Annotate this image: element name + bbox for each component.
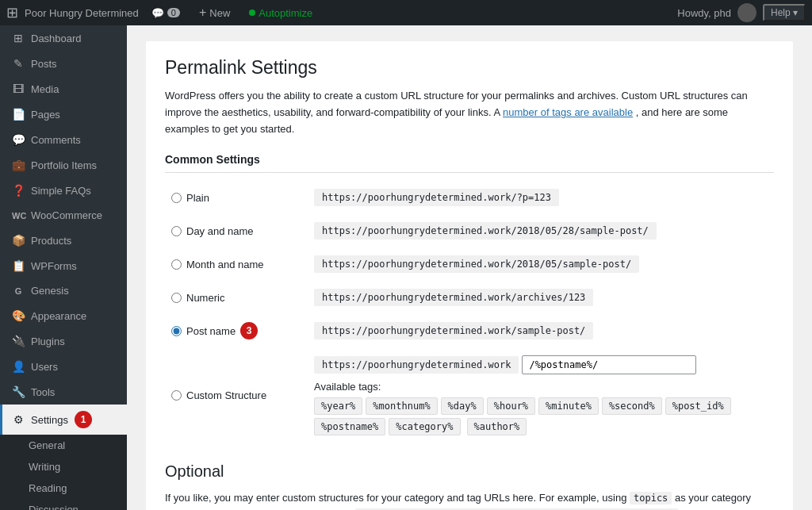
month-name-radio-label[interactable]: Month and name [171,259,301,270]
sidebar-label-tools: Tools [31,386,55,398]
custom-radio-label[interactable]: Custom Structure [171,389,301,401]
sidebar-label-plugins: Plugins [31,336,65,347]
table-row: Post name 3 https://poorhungrydetermined… [165,314,774,347]
tag-day[interactable]: %day% [441,397,484,415]
post-name-label: Post name [186,325,236,337]
help-button[interactable]: Help ▾ [763,4,806,21]
appearance-icon: 🎨 [12,309,25,322]
site-name[interactable]: Poor Hungry Determined [25,7,139,19]
sidebar-item-comments[interactable]: 💬 Comments [0,127,127,152]
sidebar-item-pages[interactable]: 📄 Pages [0,102,127,127]
numeric-label: Numeric [186,292,224,304]
sidebar-item-wpforms[interactable]: 📋 WPForms [0,253,127,278]
settings-icon: ⚙ [12,413,25,426]
available-tags-label: Available tags: [314,381,768,393]
tag-category[interactable]: %category% [389,418,460,435]
plain-radio-label[interactable]: Plain [171,192,301,204]
table-row: Month and name https://poorhungrydetermi… [165,247,774,281]
sidebar-label-wpforms: WPForms [31,260,77,272]
permalink-options-table: Plain https://poorhungrydetermined.work/… [165,186,774,443]
plain-url: https://poorhungrydetermined.work/?p=123 [314,189,559,206]
admin-bar: ⊞ Poor Hungry Determined 💬 0 + New Autop… [0,0,812,25]
plugins-icon: 🔌 [12,335,25,347]
tools-icon: 🔧 [12,385,25,398]
month-name-url: https://poorhungrydetermined.work/2018/0… [314,255,639,273]
numeric-radio[interactable] [171,293,182,303]
submenu-writing[interactable]: Writing [0,456,127,477]
tag-post-id[interactable]: %post_id% [665,397,731,415]
custom-radio[interactable] [171,390,182,401]
sidebar-item-appearance[interactable]: 🎨 Appearance [0,303,127,328]
settings-submenu: General Writing Reading Discussion Media… [0,435,127,510]
custom-url-wrap: https://poorhungrydetermined.work [314,355,768,374]
day-name-radio[interactable] [171,226,182,236]
sidebar-item-portfolio[interactable]: 💼 Portfolio Items [0,152,127,178]
users-icon: 👤 [12,360,25,373]
comments-count: 0 [167,8,180,17]
sidebar-item-users[interactable]: 👤 Users [0,354,127,379]
sidebar: ⊞ Dashboard ✎ Posts 🎞 Media 📄 Pages 💬 Co… [0,25,127,510]
tags-link[interactable]: number of tags are available [503,106,633,118]
sidebar-label-faqs: Simple FAQs [31,185,91,197]
sidebar-label-comments: Comments [31,134,81,146]
sidebar-item-woocommerce[interactable]: WC WooCommerce [0,203,127,228]
month-name-label: Month and name [186,259,264,270]
numeric-radio-label[interactable]: Numeric [171,292,301,304]
comments-button[interactable]: 💬 0 [145,7,186,19]
autoptimize-button[interactable]: Autoptimize [243,7,319,19]
sidebar-item-genesis[interactable]: G Genesis [0,278,127,303]
table-row: Day and name https://poorhungrydetermine… [165,214,774,247]
media-icon: 🎞 [12,82,25,95]
portfolio-icon: 💼 [12,159,25,171]
sidebar-label-woo: WooCommerce [31,209,102,221]
sidebar-item-media[interactable]: 🎞 Media [0,76,127,102]
tag-minute[interactable]: %minute% [538,397,599,415]
custom-label: Custom Structure [186,389,266,401]
post-name-radio[interactable] [171,326,182,336]
custom-structure-input[interactable] [522,355,696,374]
pages-icon: 📄 [12,108,25,121]
tag-author[interactable]: %author% [467,418,527,435]
products-icon: 📦 [12,234,25,247]
tags-list: %year% %monthnum% %day% %hour% %minute% … [314,397,768,435]
faqs-icon: ❓ [12,184,25,197]
sidebar-label-portfolio: Portfolio Items [31,159,97,171]
sidebar-label-genesis: Genesis [31,285,69,297]
month-name-radio[interactable] [171,259,182,270]
sidebar-item-settings[interactable]: ⚙ Settings 1 [0,405,127,435]
sidebar-item-tools[interactable]: 🔧 Tools [0,379,127,405]
content-wrap: Permalink Settings WordPress offers you … [146,41,793,510]
tag-postname[interactable]: %postname% [314,418,385,435]
tag-second[interactable]: %second% [602,397,662,415]
main-content: Permalink Settings WordPress offers you … [127,25,812,510]
tag-year[interactable]: %year% [314,397,362,415]
plain-radio[interactable] [171,193,182,203]
comment-icon: 💬 [151,7,164,19]
post-name-radio-label[interactable]: Post name 3 [171,322,301,339]
tag-monthnum[interactable]: %monthnum% [366,397,437,415]
sidebar-item-plugins[interactable]: 🔌 Plugins [0,328,127,354]
status-dot [249,10,255,16]
day-name-label: Day and name [186,225,254,237]
sidebar-item-dashboard[interactable]: ⊞ Dashboard [0,25,127,51]
page-title: Permalink Settings [165,57,774,79]
new-button[interactable]: + New [193,6,236,20]
sidebar-item-faqs[interactable]: ❓ Simple FAQs [0,178,127,203]
available-tags: Available tags: %year% %monthnum% %day% … [314,381,768,435]
submenu-general[interactable]: General [0,435,127,456]
sidebar-item-products[interactable]: 📦 Products [0,228,127,253]
topics-code: topics [630,492,672,504]
sidebar-label-posts: Posts [31,58,57,70]
submenu-discussion[interactable]: Discussion [0,499,127,510]
page-description: WordPress offers you the ability to crea… [165,88,774,137]
sidebar-item-posts[interactable]: ✎ Posts [0,51,127,76]
tag-hour[interactable]: %hour% [487,397,535,415]
day-name-url: https://poorhungrydetermined.work/2018/0… [314,222,657,240]
woo-icon: WC [12,211,25,220]
sidebar-label-settings: Settings [31,414,68,426]
submenu-reading[interactable]: Reading [0,477,127,499]
comments-nav-icon: 💬 [12,133,25,146]
dashboard-icon: ⊞ [12,32,25,44]
day-name-radio-label[interactable]: Day and name [171,225,301,237]
common-settings-title: Common Settings [165,153,774,173]
